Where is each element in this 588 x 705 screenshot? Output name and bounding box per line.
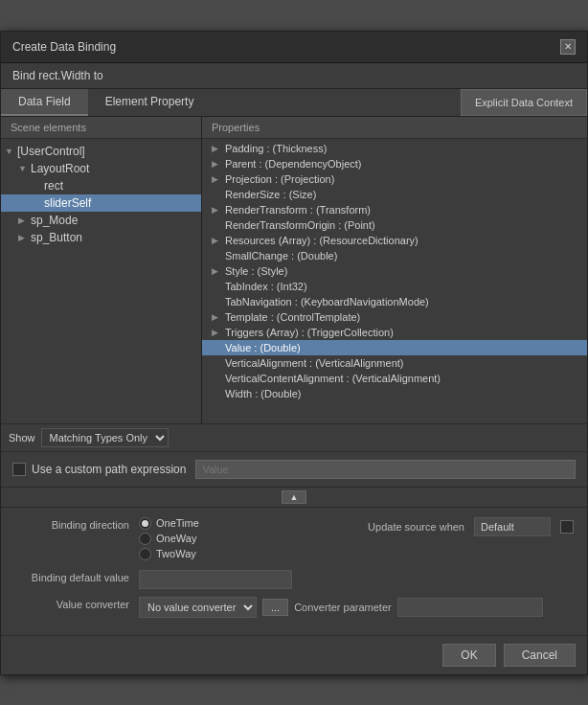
- prop-item-label: Parent : (DependencyObject): [225, 158, 361, 170]
- tree-item-label: [UserControl]: [17, 145, 85, 158]
- radio-group-direction: OneTimeOneWayTwoWay: [139, 517, 199, 560]
- show-row: Show AllMatching Types OnlyCommon: [1, 423, 587, 451]
- tree-item-label: LayoutRoot: [31, 162, 89, 175]
- property-item[interactable]: VerticalAlignment : (VerticalAlignment): [202, 355, 587, 371]
- radio-label[interactable]: OneTime: [139, 517, 199, 530]
- property-item[interactable]: RenderSize : (Size): [202, 187, 587, 202]
- close-button[interactable]: ✕: [560, 39, 576, 55]
- binding-direction-label: Binding direction: [14, 517, 129, 531]
- prop-arrow-icon: ▶: [212, 236, 221, 245]
- update-source-checkbox[interactable]: [560, 520, 574, 534]
- prop-item-label: SmallChange : (Double): [225, 250, 337, 262]
- create-data-binding-dialog: Create Data Binding ✕ Bind rect.Width to…: [0, 31, 588, 675]
- prop-item-label: Style : (Style): [225, 265, 287, 277]
- radio-option-label: OneWay: [156, 533, 196, 544]
- prop-item-label: TabNavigation : (KeyboardNavigationMode): [225, 296, 429, 307]
- prop-item-label: VerticalAlignment : (VerticalAlignment): [225, 357, 403, 369]
- collapse-button[interactable]: ▲: [282, 490, 307, 504]
- scene-panel-title: Scene elements: [1, 117, 201, 139]
- cancel-button[interactable]: Cancel: [504, 644, 576, 667]
- radio-button[interactable]: [139, 548, 151, 560]
- scene-panel: Scene elements ▼[UserControl]▼LayoutRoot…: [1, 117, 202, 423]
- binding-converter-label: Value converter: [14, 597, 129, 610]
- property-item[interactable]: SmallChange : (Double): [202, 248, 587, 263]
- update-section: Update source when: [368, 517, 574, 536]
- property-item[interactable]: ▶Parent : (DependencyObject): [202, 156, 587, 171]
- radio-label[interactable]: TwoWay: [139, 548, 199, 560]
- prop-item-label: TabIndex : (Int32): [225, 281, 307, 292]
- property-item[interactable]: VerticalContentAlignment : (VerticalAlig…: [202, 371, 587, 386]
- property-item[interactable]: ▶Template : (ControlTemplate): [202, 309, 587, 325]
- converter-select[interactable]: No value converter: [139, 597, 257, 618]
- custom-path-label[interactable]: Use a custom path expression: [12, 463, 186, 476]
- property-item[interactable]: ▶RenderTransform : (Transform): [202, 202, 587, 217]
- prop-item-label: RenderTransformOrigin : (Point): [225, 219, 375, 231]
- ok-button[interactable]: OK: [442, 644, 495, 667]
- show-select[interactable]: AllMatching Types OnlyCommon: [41, 428, 169, 447]
- collapse-row: ▲: [1, 487, 587, 507]
- prop-item-label: RenderTransform : (Transform): [225, 204, 371, 216]
- prop-arrow-icon: ▶: [212, 205, 221, 215]
- radio-label[interactable]: OneWay: [139, 533, 199, 545]
- update-source-label: Update source when: [368, 521, 464, 533]
- prop-arrow-icon: ▶: [212, 144, 221, 153]
- properties-list: ▶Padding : (Thickness)▶Parent : (Depende…: [202, 139, 587, 423]
- prop-arrow-icon: ▶: [212, 159, 221, 169]
- property-item[interactable]: ▶Resources (Array) : (ResourceDictionary…: [202, 233, 587, 248]
- tab-data-field[interactable]: Data Field: [1, 89, 88, 116]
- prop-arrow-icon: ▶: [212, 312, 221, 322]
- prop-item-label: Template : (ControlTemplate): [225, 311, 360, 323]
- prop-item-label: Projection : (Projection): [225, 173, 334, 185]
- converter-browse-button[interactable]: ...: [262, 599, 288, 616]
- tree-item[interactable]: sliderSelf: [1, 194, 201, 212]
- radio-button[interactable]: [139, 517, 151, 530]
- tree-item[interactable]: ▼[UserControl]: [1, 143, 201, 160]
- prop-item-label: Width : (Double): [225, 388, 301, 399]
- prop-item-label: RenderSize : (Size): [225, 189, 316, 200]
- converter-param-label: Converter parameter: [294, 602, 392, 613]
- property-item[interactable]: ▶Triggers (Array) : (TriggerCollection): [202, 325, 587, 340]
- binding-default-row: Binding default value: [14, 570, 574, 589]
- converter-row: No value converter ... Converter paramet…: [139, 597, 543, 618]
- tree-item[interactable]: ▼LayoutRoot: [1, 160, 201, 177]
- property-item[interactable]: Width : (Double): [202, 386, 587, 401]
- tab-element-property[interactable]: Element Property: [88, 89, 212, 116]
- bind-label: Bind rect.Width to: [1, 63, 587, 89]
- custom-path-checkbox[interactable]: [12, 463, 26, 476]
- tree-item[interactable]: rect: [1, 177, 201, 194]
- converter-param-input[interactable]: [397, 598, 543, 617]
- prop-item-label: Resources (Array) : (ResourceDictionary): [225, 235, 418, 246]
- tab-bar: Data Field Element Property Explicit Dat…: [1, 89, 587, 117]
- property-item[interactable]: TabNavigation : (KeyboardNavigationMode): [202, 294, 587, 309]
- property-item[interactable]: ▶Projection : (Projection): [202, 171, 587, 187]
- property-item[interactable]: RenderTransformOrigin : (Point): [202, 217, 587, 233]
- properties-panel: Properties ▶Padding : (Thickness)▶Parent…: [202, 117, 587, 423]
- show-label: Show: [9, 432, 35, 443]
- main-content: Scene elements ▼[UserControl]▼LayoutRoot…: [1, 117, 587, 423]
- binding-top-row: Binding direction OneTimeOneWayTwoWay Up…: [14, 517, 574, 560]
- custom-path-input[interactable]: [195, 460, 576, 479]
- tree-arrow-icon: ▶: [18, 233, 28, 242]
- binding-default-input[interactable]: [139, 570, 292, 589]
- radio-button[interactable]: [139, 533, 151, 545]
- prop-arrow-icon: ▶: [212, 266, 221, 276]
- tree-item[interactable]: ▶sp_Mode: [1, 212, 201, 229]
- property-item[interactable]: ▶Style : (Style): [202, 263, 587, 279]
- properties-scroll-container: ▶Padding : (Thickness)▶Parent : (Depende…: [202, 139, 587, 423]
- binding-section: Binding direction OneTimeOneWayTwoWay Up…: [1, 507, 587, 635]
- property-item[interactable]: TabIndex : (Int32): [202, 279, 587, 294]
- prop-arrow-icon: ▶: [212, 328, 221, 337]
- radio-option-label: TwoWay: [156, 548, 196, 559]
- binding-default-label: Binding default value: [14, 570, 129, 583]
- title-bar: Create Data Binding ✕: [1, 32, 587, 63]
- property-item[interactable]: ▶Padding : (Thickness): [202, 141, 587, 156]
- properties-panel-title: Properties: [202, 117, 587, 139]
- property-item[interactable]: Value : (Double): [202, 340, 587, 355]
- tree-item[interactable]: ▶sp_Button: [1, 229, 201, 246]
- tree-item-label: sliderSelf: [44, 196, 91, 210]
- tab-explicit-context[interactable]: Explicit Data Context: [461, 89, 587, 116]
- update-source-input[interactable]: [474, 517, 551, 536]
- tree-arrow-icon: ▼: [5, 147, 14, 156]
- binding-converter-row: Value converter No value converter ... C…: [14, 597, 574, 618]
- tree-arrow-icon: ▶: [18, 216, 28, 225]
